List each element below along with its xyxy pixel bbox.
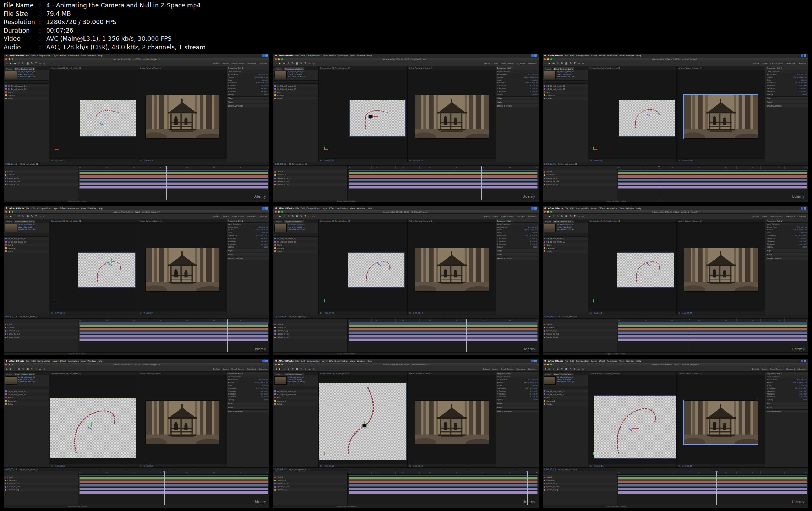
layer-row[interactable]: 4photo_02_mid <box>4 332 78 336</box>
workspace-tab[interactable]: Libraries <box>528 215 537 217</box>
layer-row[interactable]: 1Null 1 <box>4 170 78 173</box>
menu-item[interactable]: Help <box>636 207 641 210</box>
zoom-window-button[interactable] <box>550 211 552 213</box>
menu-item[interactable]: Help <box>98 207 103 210</box>
zoom-window-button[interactable] <box>550 58 552 60</box>
property-value[interactable]: 0.0, 0.0, 0.0 <box>528 379 538 381</box>
composition-tab[interactable]: Composition 04_3d_null_photo_02 <box>588 372 676 375</box>
minimize-window-button[interactable] <box>278 211 280 213</box>
property-row[interactable]: X Rotation0 x +0.0° <box>227 390 269 392</box>
zoom-level[interactable]: Fit <box>320 312 322 314</box>
property-value[interactable]: 0 x +0.0° <box>530 393 538 395</box>
tool-icon[interactable]: ✎ <box>570 215 572 218</box>
tool-icon[interactable]: ▦ <box>565 62 568 65</box>
menu-item[interactable]: File <box>295 360 299 362</box>
tool-icon[interactable]: ▶ <box>10 368 11 370</box>
property-value[interactable]: 0 x +0.0° <box>261 238 268 239</box>
toggle-switches-label[interactable]: Toggle Switches / Modes <box>67 200 87 202</box>
workspace-tab[interactable]: Default <box>213 62 220 65</box>
layer-duration-bar[interactable] <box>618 331 807 334</box>
menu-item[interactable]: Layer <box>591 54 597 57</box>
layer-duration-bar[interactable] <box>349 338 538 341</box>
workspace-tab[interactable]: Libraries <box>797 62 806 65</box>
tool-icon[interactable]: ✛ <box>14 215 16 218</box>
tool-icon[interactable]: ✛ <box>552 62 555 65</box>
layer-row[interactable]: 1Null 1 <box>4 475 78 479</box>
layer-duration-bar[interactable] <box>349 488 538 490</box>
property-row[interactable]: Anchor Point0.0, 0.0, 0.0 <box>496 378 539 381</box>
comp-viewer[interactable] <box>49 70 138 158</box>
photo-layer[interactable] <box>684 248 758 292</box>
audio-panel-header[interactable]: Audio <box>496 406 539 409</box>
close-window-button[interactable] <box>275 211 277 213</box>
layer-row[interactable]: 3photo_02_fg <box>273 329 347 332</box>
workspace-tab[interactable]: Small Screen <box>501 368 514 370</box>
tab-project[interactable]: Project <box>544 67 552 70</box>
tool-icon[interactable]: ⊙ <box>287 62 289 65</box>
property-value[interactable]: 100% <box>533 93 538 95</box>
tool-icon[interactable]: ⊙ <box>557 368 559 370</box>
zoom-level[interactable]: Fit <box>678 465 680 467</box>
apple-menu-icon[interactable] <box>544 360 546 362</box>
align-panel-header[interactable]: Align <box>765 249 808 252</box>
timeline-comp-tab[interactable]: 04_3d_null_photo_02 <box>20 163 38 165</box>
menu-item[interactable]: Window <box>87 54 96 57</box>
tool-icon[interactable]: ▭ <box>578 368 580 370</box>
project-item[interactable]: Null 1 <box>273 91 318 94</box>
property-row[interactable]: Y Rotation0 x +0.0° <box>496 392 539 395</box>
time-ruler[interactable]: 0s1s2s3s4s5s6s7s <box>617 319 808 322</box>
workspace-tab[interactable]: Libraries <box>259 62 267 65</box>
composition-tab[interactable]: Composition 04_3d_null_photo_02 <box>319 66 407 70</box>
property-row[interactable]: Anchor Point0.0, 0.0, 0.0 <box>765 73 808 76</box>
property-value[interactable]: 0.0, 0.0, 0.0 <box>797 226 807 228</box>
creative-cloud-icon[interactable] <box>531 207 534 210</box>
project-item[interactable]: Camera 1 <box>273 399 318 402</box>
tool-icon[interactable]: ▭ <box>39 215 41 218</box>
layer-duration-bar[interactable] <box>618 186 807 189</box>
tool-icon[interactable]: T <box>35 215 37 218</box>
property-row[interactable]: Scale100.0% <box>227 231 269 234</box>
menu-item[interactable]: File <box>26 207 29 210</box>
property-value[interactable]: 100% <box>533 399 538 401</box>
workspace-tab[interactable]: Standard <box>786 368 795 370</box>
tool-icon[interactable]: ▦ <box>296 62 298 65</box>
project-item[interactable]: 04_3d_null_photo_02 <box>543 240 588 243</box>
property-row[interactable]: Orientation0.0°, 0.0°, 0.0° <box>765 234 808 237</box>
viewer-timecode[interactable]: 0;00;03;15 <box>55 159 65 162</box>
effects-presets-panel-header[interactable]: Effects & Presets <box>496 409 539 413</box>
property-row[interactable]: Scale100.0% <box>496 384 539 387</box>
work-area-bar[interactable] <box>618 170 807 171</box>
null-layer-canvas[interactable] <box>348 253 404 287</box>
layer-duration-bar[interactable] <box>618 484 807 487</box>
current-timecode[interactable]: 0;00;03;15 <box>5 163 17 165</box>
menu-item[interactable]: View <box>81 207 86 210</box>
menu-item[interactable]: Edit <box>570 360 574 362</box>
playhead[interactable] <box>690 319 690 352</box>
property-value[interactable]: 0 x +0.0° <box>261 240 268 242</box>
viewer-timecode[interactable]: 0;00;03;15 <box>682 465 692 467</box>
layer-duration-bar[interactable] <box>79 484 268 487</box>
layer-row[interactable]: 2Camera 1 <box>543 326 616 329</box>
layer-duration-bar[interactable] <box>349 480 538 483</box>
layer-duration-bar[interactable] <box>349 335 538 338</box>
project-item[interactable]: 04_3d_null_photo_02 <box>273 87 318 91</box>
property-row[interactable]: Opacity100% <box>227 245 269 248</box>
layer-duration-bar[interactable] <box>349 172 538 174</box>
menu-item[interactable]: Layer <box>52 360 58 362</box>
viewer-timecode[interactable]: 0;00;03;15 <box>594 312 603 314</box>
workspace-tab[interactable]: Default <box>483 368 490 370</box>
project-item[interactable]: Null 1 <box>4 243 49 246</box>
tool-icon[interactable]: ✛ <box>283 368 285 370</box>
menu-item[interactable]: Effect <box>599 360 605 362</box>
property-value[interactable]: 0.0°, 0.0°, 0.0° <box>256 387 268 389</box>
workspace-tab[interactable]: Libraries <box>259 215 267 217</box>
menu-item[interactable]: View <box>350 54 355 57</box>
layer-duration-bar[interactable] <box>79 175 268 178</box>
toggle-switches-label[interactable]: Toggle Switches / Modes <box>337 506 356 507</box>
menu-item[interactable]: Composition <box>37 360 50 362</box>
workspace-tab[interactable]: Small Screen <box>770 62 783 65</box>
tool-icon[interactable]: ✎ <box>31 368 33 370</box>
property-row[interactable]: X Rotation0 x +0.0° <box>227 237 269 240</box>
minimize-window-button[interactable] <box>9 211 10 213</box>
audio-panel-header[interactable]: Audio <box>496 253 539 256</box>
